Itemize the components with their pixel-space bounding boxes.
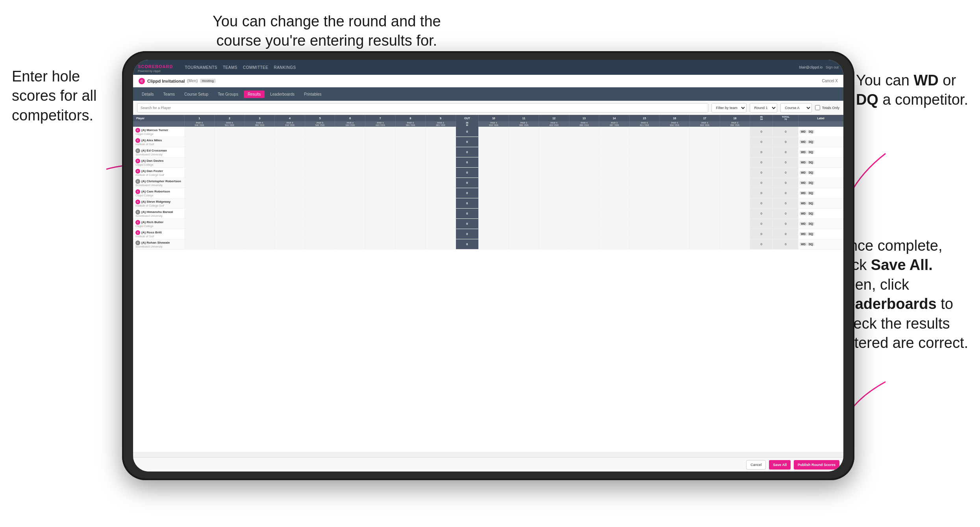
wd-button[interactable]: WD [800, 150, 807, 154]
score-hole-17[interactable] [690, 188, 720, 198]
score-hole-11[interactable] [509, 209, 539, 219]
score-hole-18[interactable] [720, 188, 750, 198]
score-hole-18[interactable] [720, 229, 750, 239]
nav-committee[interactable]: COMMITTEE [243, 65, 269, 70]
score-hole-18[interactable] [720, 127, 750, 137]
filter-by-team-dropdown[interactable]: Filter by team [711, 103, 747, 113]
score-hole-15[interactable] [629, 178, 660, 188]
score-hole-3[interactable] [245, 157, 275, 168]
score-hole-12[interactable] [539, 137, 569, 147]
score-hole-6[interactable] [335, 157, 365, 168]
score-hole-11[interactable] [509, 127, 539, 137]
nav-teams[interactable]: TEAMS [223, 65, 237, 70]
wd-button[interactable]: WD [800, 242, 807, 246]
score-hole-1[interactable] [184, 147, 215, 157]
score-hole-7[interactable] [365, 137, 395, 147]
score-hole-5[interactable] [305, 209, 335, 219]
score-hole-10[interactable] [478, 198, 509, 209]
score-hole-13[interactable] [569, 229, 599, 239]
wd-button[interactable]: WD [800, 171, 807, 174]
score-hole-11[interactable] [509, 147, 539, 157]
score-hole-8[interactable] [395, 157, 426, 168]
score-hole-17[interactable] [690, 137, 720, 147]
dq-button[interactable]: DQ [808, 150, 814, 154]
score-hole-14[interactable] [599, 127, 630, 137]
score-hole-15[interactable] [629, 239, 660, 250]
score-hole-5[interactable] [305, 198, 335, 209]
score-hole-6[interactable] [335, 178, 365, 188]
score-hole-9[interactable] [426, 127, 456, 137]
score-hole-4[interactable] [275, 188, 305, 198]
score-hole-13[interactable] [569, 137, 599, 147]
totals-only-checkbox[interactable] [815, 105, 820, 110]
score-hole-15[interactable] [629, 198, 660, 209]
round-dropdown[interactable]: Round 1 [750, 103, 777, 113]
score-hole-16[interactable] [660, 168, 690, 178]
score-hole-3[interactable] [245, 137, 275, 147]
score-hole-10[interactable] [478, 147, 509, 157]
score-hole-5[interactable] [305, 168, 335, 178]
score-hole-9[interactable] [426, 188, 456, 198]
score-hole-14[interactable] [599, 137, 630, 147]
score-hole-5[interactable] [305, 229, 335, 239]
score-hole-3[interactable] [245, 188, 275, 198]
score-hole-14[interactable] [599, 198, 630, 209]
score-hole-9[interactable] [426, 168, 456, 178]
score-hole-18[interactable] [720, 137, 750, 147]
score-hole-10[interactable] [478, 229, 509, 239]
tab-printables[interactable]: Printables [300, 91, 325, 98]
score-hole-11[interactable] [509, 137, 539, 147]
score-hole-6[interactable] [335, 219, 365, 229]
score-hole-6[interactable] [335, 229, 365, 239]
score-hole-1[interactable] [184, 239, 215, 250]
score-hole-17[interactable] [690, 219, 720, 229]
score-hole-2[interactable] [215, 198, 245, 209]
score-hole-13[interactable] [569, 168, 599, 178]
score-hole-15[interactable] [629, 127, 660, 137]
score-hole-12[interactable] [539, 168, 569, 178]
score-hole-14[interactable] [599, 229, 630, 239]
score-hole-10[interactable] [478, 178, 509, 188]
score-hole-13[interactable] [569, 209, 599, 219]
score-hole-1[interactable] [184, 229, 215, 239]
score-hole-1[interactable] [184, 219, 215, 229]
score-hole-10[interactable] [478, 137, 509, 147]
score-hole-1[interactable] [184, 157, 215, 168]
score-hole-3[interactable] [245, 127, 275, 137]
search-input[interactable] [137, 103, 708, 113]
score-hole-14[interactable] [599, 239, 630, 250]
score-hole-3[interactable] [245, 168, 275, 178]
score-hole-6[interactable] [335, 198, 365, 209]
score-hole-16[interactable] [660, 239, 690, 250]
score-hole-10[interactable] [478, 239, 509, 250]
score-hole-14[interactable] [599, 178, 630, 188]
score-hole-4[interactable] [275, 147, 305, 157]
score-hole-16[interactable] [660, 198, 690, 209]
score-hole-5[interactable] [305, 157, 335, 168]
score-hole-4[interactable] [275, 168, 305, 178]
score-hole-16[interactable] [660, 157, 690, 168]
score-hole-2[interactable] [215, 178, 245, 188]
score-hole-5[interactable] [305, 188, 335, 198]
score-hole-9[interactable] [426, 219, 456, 229]
score-hole-3[interactable] [245, 229, 275, 239]
score-hole-7[interactable] [365, 157, 395, 168]
score-hole-3[interactable] [245, 239, 275, 250]
score-hole-3[interactable] [245, 219, 275, 229]
score-hole-11[interactable] [509, 178, 539, 188]
dq-button[interactable]: DQ [808, 191, 814, 195]
dq-button[interactable]: DQ [808, 161, 814, 164]
score-hole-5[interactable] [305, 127, 335, 137]
score-hole-10[interactable] [478, 209, 509, 219]
score-hole-7[interactable] [365, 229, 395, 239]
score-hole-13[interactable] [569, 127, 599, 137]
publish-button[interactable]: Publish Round Scores [794, 460, 839, 470]
score-hole-4[interactable] [275, 229, 305, 239]
score-hole-16[interactable] [660, 137, 690, 147]
score-hole-7[interactable] [365, 239, 395, 250]
score-hole-18[interactable] [720, 198, 750, 209]
score-hole-16[interactable] [660, 219, 690, 229]
score-hole-9[interactable] [426, 209, 456, 219]
score-hole-8[interactable] [395, 239, 426, 250]
score-hole-4[interactable] [275, 209, 305, 219]
